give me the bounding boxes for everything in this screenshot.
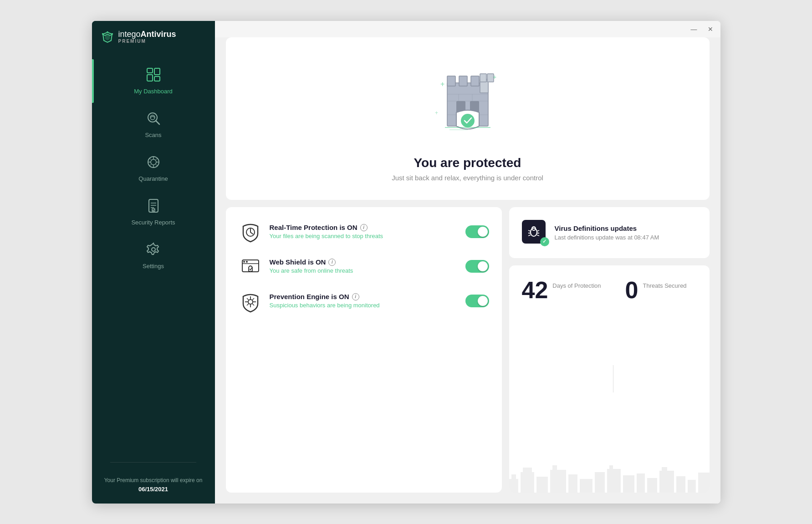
sidebar-item-security-reports[interactable]: Security Reports [92,190,215,234]
logo-icon [101,31,114,43]
prevention-protection-title: Prevention Engine is ON i [270,293,458,300]
svg-line-61 [537,230,539,231]
sidebar: integoAntivirus PREMIUM My Dashboard [92,21,215,504]
settings-label: Settings [143,263,164,270]
minimize-button[interactable]: — [689,25,699,34]
subscription-text: Your Premium subscription will expire on [104,477,203,483]
sidebar-item-scans[interactable]: Scans [92,103,215,147]
webshield-protection-item: Web Shield is ON i You are safe from onl… [239,254,489,278]
svg-rect-71 [568,474,577,493]
svg-rect-77 [637,473,645,493]
cityscape-decoration [509,465,710,493]
virus-def-desc: Last definitions update was at 08:47 AM [555,234,659,241]
prevention-protection-text: Prevention Engine is ON i Suspicious beh… [270,293,458,309]
threats-secured-stat: 0 Threats Secured [625,278,687,302]
svg-rect-76 [623,475,634,493]
svg-line-58 [528,230,531,231]
logo-premium: PREMIUM [118,39,176,44]
svg-rect-24 [459,76,467,86]
realtime-protection-desc: Your files are being scanned to stop thr… [270,233,458,239]
svg-text:+: + [493,73,496,81]
webshield-protection-title: Web Shield is ON i [270,258,458,266]
close-button[interactable]: ✕ [706,25,715,34]
logo-antivirus: Antivirus [141,30,176,39]
webshield-protection-text: Web Shield is ON i You are safe from onl… [270,258,458,274]
realtime-protection-title: Real-Time Protection is ON i [270,224,458,231]
hero-card: + + + You are protected Just sit back an… [226,37,710,200]
dashboard-label: My Dashboard [134,88,173,95]
svg-line-63 [537,235,539,236]
svg-rect-81 [676,476,685,493]
svg-rect-73 [595,472,605,493]
protection-card: Real-Time Protection is ON i Your files … [226,207,502,493]
svg-rect-66 [521,472,534,493]
realtime-toggle[interactable] [465,225,489,238]
svg-rect-83 [698,473,710,493]
scans-label: Scans [145,132,161,138]
svg-rect-2 [107,31,108,33]
virus-icon-wrap: ✓ [522,220,547,245]
webshield-info-icon[interactable]: i [328,259,336,266]
svg-line-9 [156,121,159,124]
realtime-info-icon[interactable]: i [360,224,368,231]
webshield-toggle[interactable] [465,260,489,273]
logo-text: integoAntivirus PREMIUM [118,30,176,44]
svg-line-52 [247,298,249,300]
main-content: + + + You are protected Just sit back an… [215,21,720,504]
svg-rect-65 [511,474,516,479]
app-window: — ✕ integoAntivirus PREMIUM [92,21,720,504]
svg-point-45 [243,261,245,263]
days-number: 42 [522,278,548,302]
sidebar-divider [110,462,196,463]
svg-text:+: + [435,110,438,116]
svg-line-55 [252,298,254,300]
webshield-icon [239,254,262,278]
realtime-protection-text: Real-Time Protection is ON i Your files … [270,224,458,239]
virus-definitions-card: ✓ Virus Definitions updates Last definit… [509,207,710,258]
hero-illustration: + + + [422,56,513,147]
prevention-protection-item: Prevention Engine is ON i Suspicious beh… [239,289,489,313]
svg-rect-5 [154,68,160,75]
hero-title: You are protected [414,156,521,170]
prevention-icon [239,289,262,313]
sidebar-item-quarantine[interactable]: Quarantine [92,147,215,190]
dashboard-icon [146,67,161,85]
svg-rect-3 [147,68,153,73]
sidebar-item-settings[interactable]: Settings [92,234,215,278]
days-label: Days of Protection [552,278,601,290]
realtime-protection-item: Real-Time Protection is ON i Your files … [239,220,489,244]
svg-point-36 [461,114,475,127]
svg-rect-64 [509,479,518,493]
bottom-row: Real-Time Protection is ON i Your files … [226,207,710,493]
prevention-info-icon[interactable]: i [352,293,359,300]
nav-items: My Dashboard Scans [92,55,215,457]
svg-rect-27 [480,74,486,82]
svg-rect-75 [609,465,613,469]
threats-label: Threats Secured [643,278,686,290]
webshield-protection-desc: You are safe from online threats [270,267,458,274]
sidebar-item-dashboard[interactable]: My Dashboard [92,59,215,103]
svg-rect-4 [147,75,153,81]
svg-rect-1 [112,33,113,35]
settings-icon [146,242,161,260]
svg-rect-0 [102,33,103,35]
svg-rect-72 [580,479,592,493]
svg-rect-70 [552,465,557,470]
stats-card: 42 Days of Protection 0 Threats Secured [509,265,710,493]
check-badge: ✓ [540,237,549,246]
scans-icon [146,111,161,129]
logo-intego: intego [118,30,141,39]
stat-divider [613,365,613,392]
hero-subtitle: Just sit back and relax, everything is u… [392,174,543,182]
security-reports-label: Security Reports [131,219,175,226]
svg-rect-82 [688,480,696,493]
svg-rect-80 [662,467,667,471]
svg-rect-68 [536,477,548,493]
svg-point-56 [531,228,537,236]
security-reports-icon [146,198,161,216]
svg-rect-69 [550,470,566,493]
svg-text:+: + [440,80,444,88]
virus-def-title: Virus Definitions updates [555,224,659,232]
svg-rect-78 [647,478,657,493]
prevention-toggle[interactable] [465,295,489,307]
